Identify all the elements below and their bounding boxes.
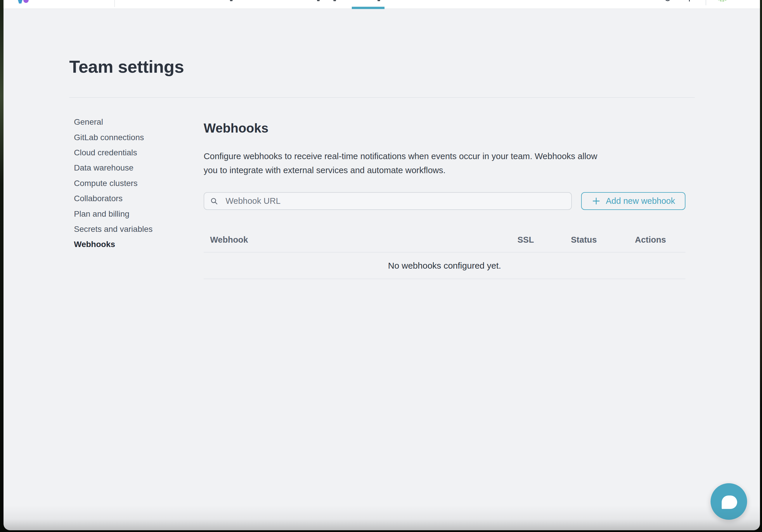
chat-bubble-icon xyxy=(722,496,737,509)
cut-off-toolbar-icon[interactable] xyxy=(665,0,670,1)
column-header-actions: Actions xyxy=(635,235,685,245)
webhook-search-box[interactable] xyxy=(204,192,572,210)
chat-widget-button[interactable] xyxy=(711,483,747,520)
empty-state-message: No webhooks configured yet. xyxy=(388,261,501,271)
cut-off-tab-text-fragment[interactable] xyxy=(230,0,233,1)
sidebar-item-gitlab-connections[interactable]: GitLab connections xyxy=(74,130,153,145)
empty-state-row: No webhooks configured yet. xyxy=(204,252,685,279)
user-avatar[interactable] xyxy=(717,0,728,2)
sidebar-item-general[interactable]: General xyxy=(74,114,153,130)
column-header-status: Status xyxy=(571,235,635,245)
webhooks-controls: Add new webhook xyxy=(204,192,685,210)
cut-off-tab-text-fragment[interactable] xyxy=(317,0,320,1)
topbar-divider-left xyxy=(114,0,115,7)
sidebar-item-webhooks[interactable]: Webhooks xyxy=(74,237,153,252)
active-tab-indicator[interactable] xyxy=(352,7,385,9)
add-new-webhook-button[interactable]: Add new webhook xyxy=(581,192,685,210)
webhook-search-input[interactable] xyxy=(225,196,571,206)
description-line: you to integrate with external services … xyxy=(204,163,695,177)
page-title: Team settings xyxy=(69,57,184,77)
description-line: Configure webhooks to receive real-time … xyxy=(204,149,695,163)
settings-sidebar: General GitLab connections Cloud credent… xyxy=(74,114,153,252)
section-title: Webhooks xyxy=(204,121,268,135)
sidebar-item-secrets-and-variables[interactable]: Secrets and variables xyxy=(74,222,153,237)
sidebar-item-cloud-credentials[interactable]: Cloud credentials xyxy=(74,145,153,160)
cut-off-toolbar-icon[interactable] xyxy=(689,0,690,1)
sidebar-item-plan-and-billing[interactable]: Plan and billing xyxy=(74,206,153,221)
topbar-divider-right xyxy=(706,0,706,5)
webhooks-section: Webhooks Configure webhooks to receive r… xyxy=(204,0,685,292)
webhooks-table-header: Webhook SSL Status Actions xyxy=(204,228,685,252)
add-new-webhook-label: Add new webhook xyxy=(606,196,675,206)
search-icon xyxy=(210,197,218,205)
column-header-webhook: Webhook xyxy=(204,235,517,245)
top-navigation-bar xyxy=(4,0,760,9)
window-bottom-shadow xyxy=(4,505,760,530)
cut-off-tab-text-fragment[interactable] xyxy=(333,0,336,1)
sidebar-item-compute-clusters[interactable]: Compute clusters xyxy=(74,176,153,191)
cut-off-tab-text-fragment[interactable] xyxy=(377,0,380,1)
plus-icon xyxy=(592,196,601,206)
column-header-ssl: SSL xyxy=(517,235,571,245)
app-window: Team settings General GitLab connections… xyxy=(4,0,760,530)
section-description: Configure webhooks to receive real-time … xyxy=(204,149,695,177)
sidebar-item-collaborators[interactable]: Collaborators xyxy=(74,191,153,206)
app-logo-icon[interactable] xyxy=(15,0,29,4)
sidebar-item-data-warehouse[interactable]: Data warehouse xyxy=(74,160,153,175)
